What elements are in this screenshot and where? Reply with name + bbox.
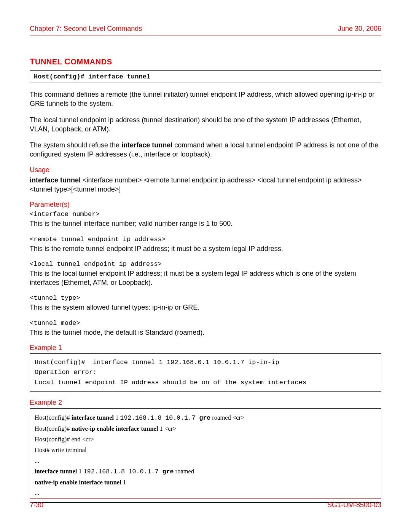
param-name: <local tunnel endpoint ip address> xyxy=(30,260,381,269)
example2-box: Host(config)# interface tunnel 1 192.168… xyxy=(30,408,381,503)
example2-line: Host(config)# end <cr> xyxy=(35,434,376,445)
command-syntax-box: Host(config)# interface tunnel xyxy=(30,70,381,83)
footer-doc-id: SG1-UM-8500-03 xyxy=(327,501,381,509)
example1-box: Host(config)# interface tunnel 1 192.168… xyxy=(30,353,381,392)
param-desc: This is the local tunnel endpoint IP add… xyxy=(30,269,381,288)
param-name: <tunnel mode> xyxy=(30,319,381,328)
param-name: <tunnel type> xyxy=(30,294,381,303)
intro-paragraph-1: This command defines a remote (the tunne… xyxy=(30,90,381,109)
parameters-heading: Parameter(s) xyxy=(30,201,381,209)
example2-heading: Example 2 xyxy=(30,399,381,407)
usage-heading: Usage xyxy=(30,166,381,174)
param-item: <tunnel mode> This is the tunnel mode, t… xyxy=(30,319,381,337)
example2-line: Host(config)# interface tunnel 1 192.168… xyxy=(35,412,376,423)
example1-heading: Example 1 xyxy=(30,344,381,352)
param-name: <remote tunnel endpoint ip address> xyxy=(30,235,381,244)
param-item: <interface number> This is the tunnel in… xyxy=(30,210,381,228)
param-desc: This is the tunnel interface number; val… xyxy=(30,219,381,228)
param-desc: This is the tunnel mode, the default is … xyxy=(30,328,381,337)
example2-line: interface tunnel 1 192.168.1.8 10.0.1.7 … xyxy=(35,466,376,477)
example2-line: native-ip enable interface tunnel 1 xyxy=(35,477,376,488)
usage-line: interface tunnel <interface number> <rem… xyxy=(30,176,381,194)
example2-line: Host# write terminal xyxy=(35,445,376,455)
param-desc: This is the remote tunnel endpoint IP ad… xyxy=(30,244,381,253)
param-item: <tunnel type> This is the system allowed… xyxy=(30,294,381,312)
example2-line: ... xyxy=(35,455,376,466)
param-item: <remote tunnel endpoint ip address> This… xyxy=(30,235,381,253)
intro-paragraph-3: The system should refuse the interface t… xyxy=(30,141,381,159)
intro-paragraph-2: The local tunnel endpoint ip address (tu… xyxy=(30,115,381,134)
param-name: <interface number> xyxy=(30,210,381,219)
header-date: June 30, 2006 xyxy=(338,25,381,33)
footer-page-number: 7-30 xyxy=(30,501,43,509)
header-chapter: Chapter 7: Second Level Commands xyxy=(30,25,142,33)
example2-line: Host(config)# native-ip enable interface… xyxy=(35,423,376,434)
example2-line: ... xyxy=(35,488,376,498)
param-item: <local tunnel endpoint ip address> This … xyxy=(30,260,381,288)
page-footer: 7-30 SG1-UM-8500-03 xyxy=(30,498,381,509)
page-header: Chapter 7: Second Level Commands June 30… xyxy=(30,25,381,35)
section-title: TUNNEL COMMANDS xyxy=(30,57,381,67)
param-desc: This is the system allowed tunnel types:… xyxy=(30,303,381,312)
